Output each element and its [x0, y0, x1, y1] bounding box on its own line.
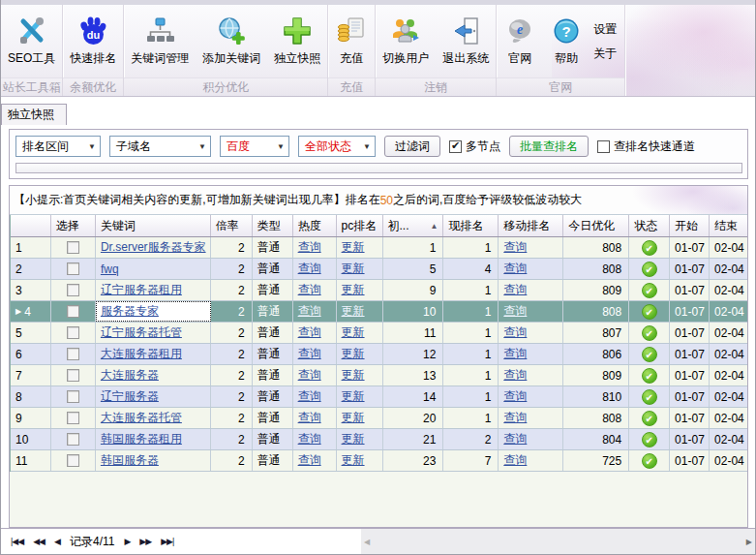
mobile-query-link[interactable]: 查询 — [503, 388, 527, 405]
header-start[interactable]: 开始 — [670, 215, 710, 236]
header-rate[interactable]: 倍率 — [211, 215, 253, 236]
filter-dropdown-subdomain[interactable]: 子域名 ▼ — [109, 136, 211, 157]
pc-update-link[interactable]: 更新 — [342, 324, 365, 341]
pc-update-link[interactable]: 更新 — [342, 261, 365, 277]
multi-node-checkbox[interactable] — [449, 140, 462, 153]
table-row[interactable]: 7大连服务器2普通查询更新131查询809✔01-0702-04 — [11, 365, 748, 386]
seo-tools-button[interactable]: SEO工具 — [1, 5, 62, 77]
pc-update-link[interactable]: 更新 — [342, 388, 365, 405]
row-checkbox[interactable] — [67, 369, 79, 382]
multi-node-option[interactable]: 多节点 — [449, 139, 500, 155]
mobile-query-link[interactable]: 查询 — [503, 346, 527, 362]
header-end[interactable]: 结束 — [710, 215, 748, 236]
keyword-link[interactable]: 辽宁服务器托管 — [101, 324, 182, 341]
header-pc-rank[interactable]: pc排名 — [337, 215, 383, 236]
pc-update-link[interactable]: 更新 — [342, 367, 365, 384]
header-select[interactable]: 选择 — [51, 215, 96, 236]
pc-update-link[interactable]: 更新 — [342, 239, 365, 256]
pc-update-link[interactable]: 更新 — [342, 410, 365, 426]
keyword-manage-button[interactable]: 关键词管理 — [124, 5, 196, 77]
keyword-link[interactable]: 大连服务器租用 — [101, 346, 182, 362]
pc-update-link[interactable]: 更新 — [342, 282, 365, 298]
keyword-link[interactable]: 服务器专家 — [101, 303, 159, 320]
recharge-button[interactable]: 充值 — [328, 5, 375, 77]
header-current-rank[interactable]: 现排名 — [443, 215, 499, 236]
keyword-link[interactable]: 辽宁服务器租用 — [101, 282, 182, 298]
mobile-query-link[interactable]: 查询 — [503, 367, 527, 384]
keyword-link[interactable]: 大连服务器 — [101, 367, 159, 384]
header-rownum[interactable] — [11, 215, 51, 236]
fast-channel-checkbox[interactable] — [597, 140, 610, 153]
snapshot-button[interactable]: 独立快照 — [267, 5, 327, 77]
table-row[interactable]: 10韩国服务器租用2普通查询更新212查询804✔01-0702-04 — [11, 429, 748, 450]
row-checkbox[interactable] — [67, 348, 79, 360]
exit-system-button[interactable]: 退出系统 — [436, 5, 496, 77]
table-row[interactable]: 5辽宁服务器托管2普通查询更新111查询807✔01-0702-04 — [11, 323, 748, 344]
pc-update-link[interactable]: 更新 — [342, 346, 365, 362]
keyword-link[interactable]: 韩国服务器 — [101, 452, 159, 469]
heat-query-link[interactable]: 查询 — [298, 303, 321, 320]
about-link[interactable]: 关于 — [593, 46, 617, 62]
keyword-link[interactable]: 大连服务器托管 — [101, 410, 182, 426]
table-row[interactable]: 9大连服务器托管2普通查询更新201查询808✔01-0702-04 — [11, 408, 748, 429]
table-row[interactable]: 2fwq2普通查询更新54查询808✔01-0702-04 — [11, 259, 748, 280]
table-row[interactable]: 8辽宁服务器2普通查询更新141查询810✔01-0702-04 — [11, 386, 748, 408]
keyword-link[interactable]: 辽宁服务器 — [101, 388, 159, 405]
row-checkbox[interactable] — [67, 412, 79, 424]
row-checkbox[interactable] — [67, 262, 79, 275]
row-checkbox[interactable] — [67, 326, 79, 339]
heat-query-link[interactable]: 查询 — [298, 324, 321, 341]
heat-query-link[interactable]: 查询 — [298, 388, 321, 405]
header-type[interactable]: 类型 — [253, 215, 293, 236]
header-heat[interactable]: 热度 — [293, 215, 337, 236]
pc-update-link[interactable]: 更新 — [342, 431, 365, 447]
scroll-right-icon[interactable]: ▶ — [746, 538, 752, 546]
fast-channel-option[interactable]: 查排名快速通道 — [597, 139, 695, 155]
header-today-optimize[interactable]: 今日优化 — [563, 215, 629, 236]
table-row[interactable]: 6大连服务器租用2普通查询更新121查询806✔01-0702-04 — [11, 344, 748, 365]
settings-link[interactable]: 设置 — [593, 21, 617, 38]
mobile-query-link[interactable]: 查询 — [503, 303, 527, 320]
row-checkbox[interactable] — [67, 433, 79, 446]
heat-query-link[interactable]: 查询 — [298, 282, 321, 298]
switch-user-button[interactable]: 切换用户 — [376, 5, 436, 77]
mobile-query-link[interactable]: 查询 — [503, 431, 527, 447]
horizontal-scrollbar[interactable]: ◀ ▶ — [361, 529, 755, 554]
row-checkbox[interactable] — [67, 284, 79, 296]
table-row[interactable]: 1Dr.server服务器专家2普通查询更新11查询808✔01-0702-04 — [11, 237, 748, 259]
row-checkbox[interactable] — [67, 454, 79, 467]
nav-next-icon[interactable]: ▶ — [124, 537, 130, 546]
row-checkbox[interactable] — [67, 390, 79, 403]
heat-query-link[interactable]: 查询 — [298, 452, 321, 469]
add-keyword-button[interactable]: 添加关键词 — [196, 5, 267, 77]
filter-dropdown-status[interactable]: 全部状态 ▼ — [298, 136, 376, 157]
keyword-link[interactable]: 韩国服务器租用 — [101, 431, 182, 447]
keyword-link[interactable]: Dr.server服务器专家 — [101, 239, 206, 256]
mobile-query-link[interactable]: 查询 — [503, 282, 527, 298]
mobile-query-link[interactable]: 查询 — [503, 261, 527, 277]
help-button[interactable]: ? 帮助 — [543, 5, 590, 77]
header-keyword[interactable]: 关键词 — [96, 215, 211, 236]
nav-fast-prev-icon[interactable]: ◀◀ — [33, 537, 45, 546]
batch-rank-button[interactable]: 批量查排名 — [509, 136, 589, 157]
quick-rank-button[interactable]: du 快速排名 — [63, 5, 123, 77]
nav-prev-icon[interactable]: ◀ — [54, 537, 60, 546]
heat-query-link[interactable]: 查询 — [298, 410, 321, 426]
heat-query-link[interactable]: 查询 — [298, 431, 321, 447]
header-status[interactable]: 状态 — [629, 215, 670, 236]
pc-update-link[interactable]: 更新 — [342, 303, 365, 320]
heat-query-link[interactable]: 查询 — [298, 239, 321, 256]
filter-dropdown-engine[interactable]: 百度 ▼ — [220, 136, 289, 157]
website-button[interactable]: e 官网 — [497, 5, 543, 77]
filter-dropdown-rank-range[interactable]: 排名区间 ▼ — [15, 136, 101, 157]
heat-query-link[interactable]: 查询 — [298, 346, 321, 362]
header-mobile-rank[interactable]: 移动排名 — [499, 215, 563, 236]
nav-last-icon[interactable]: ▶▶| — [161, 537, 173, 546]
mobile-query-link[interactable]: 查询 — [503, 410, 527, 426]
mobile-query-link[interactable]: 查询 — [503, 324, 527, 341]
filter-word-button[interactable]: 过滤词 — [384, 136, 440, 157]
row-checkbox[interactable] — [67, 305, 79, 318]
scroll-left-icon[interactable]: ◀ — [364, 538, 370, 546]
heat-query-link[interactable]: 查询 — [298, 261, 321, 277]
heat-query-link[interactable]: 查询 — [298, 367, 321, 384]
